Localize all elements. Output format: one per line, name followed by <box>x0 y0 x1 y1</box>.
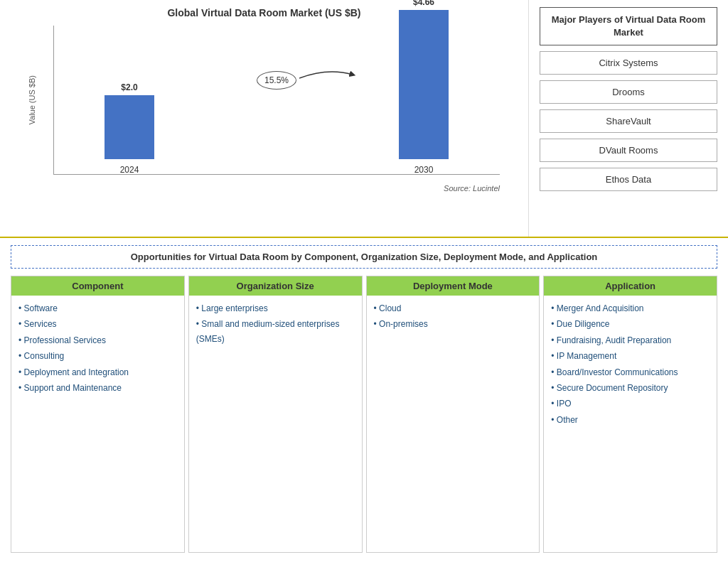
bar-group-2030: $4.66 2030 <box>399 0 449 175</box>
list-item: Small and medium-sized enterprises (SMEs… <box>196 317 355 346</box>
list-item: Services <box>18 317 177 331</box>
list-item: Consulting <box>18 349 177 363</box>
bar-2030 <box>399 10 449 159</box>
player-item-3: DVault Rooms <box>540 139 717 162</box>
list-item: Large enterprises <box>196 301 355 315</box>
list-item: Cloud <box>374 301 532 315</box>
list-item: Software <box>18 301 177 315</box>
bottom-section: Opportunities for Virtual Data Room by C… <box>0 238 728 560</box>
bar-group-2024: $2.0 2024 <box>105 82 154 175</box>
column-body-component: Software Services Professional Services … <box>11 296 184 402</box>
chart-area: Global Virtual Data Room Market (US $B) … <box>0 0 529 237</box>
source-text: Source: Lucintel <box>444 184 500 193</box>
column-deployment: Deployment Mode Cloud On-premises <box>366 276 540 553</box>
list-item: Professional Services <box>18 333 177 347</box>
list-item: Due Diligence <box>551 317 710 331</box>
list-item: IPO <box>551 396 710 411</box>
column-header-application: Application <box>544 276 717 296</box>
list-item: Secure Document Repository <box>551 381 710 395</box>
bar-2024 <box>105 95 154 159</box>
player-item-0: Citrix Systems <box>540 51 717 75</box>
list-item: Fundraising, Audit Preparation <box>551 333 710 347</box>
column-header-component: Component <box>11 276 184 296</box>
bars-area: $2.0 2024 15.5% <box>53 26 500 175</box>
players-area: Major Players of Virtual Data Room Marke… <box>529 0 728 237</box>
column-body-org-size: Large enterprises Small and medium-sized… <box>189 296 362 353</box>
column-org-size: Organization Size Large enterprises Smal… <box>188 276 363 553</box>
list-item: Merger And Acquisition <box>551 301 710 315</box>
column-application: Application Merger And Acquisition Due D… <box>543 276 717 553</box>
players-title: Major Players of Virtual Data Room Marke… <box>540 7 717 45</box>
columns-container: Component Software Services Professional… <box>11 276 717 553</box>
bar-value-2024: $2.0 <box>121 82 137 92</box>
bar-label-2030: 2030 <box>414 165 434 175</box>
player-item-4: Ethos Data <box>540 168 717 191</box>
column-body-application: Merger And Acquisition Due Diligence Fun… <box>544 296 717 434</box>
cagr-annotation: 15.5% <box>257 71 296 90</box>
column-header-org-size: Organization Size <box>189 276 362 296</box>
bar-value-2030: $4.66 <box>413 0 434 7</box>
opportunities-title: Opportunities for Virtual Data Room by C… <box>11 245 717 269</box>
list-item: Deployment and Integration <box>18 365 177 379</box>
list-item: Support and Maintenance <box>18 381 177 395</box>
list-item: Other <box>551 413 710 427</box>
column-body-deployment: Cloud On-premises <box>367 296 540 339</box>
list-item: Board/Investor Communications <box>551 365 710 379</box>
y-axis-label: Value (US $B) <box>28 75 36 125</box>
cagr-arrow <box>299 68 356 89</box>
chart-container: Value (US $B) $2.0 2024 15.5% <box>14 26 514 196</box>
player-item-2: ShareVault <box>540 109 717 133</box>
list-item: IP Management <box>551 349 710 363</box>
list-item: On-premises <box>374 317 532 331</box>
player-item-1: Drooms <box>540 80 717 104</box>
cagr-bubble: 15.5% <box>257 71 296 90</box>
bar-label-2024: 2024 <box>120 165 139 175</box>
column-component: Component Software Services Professional… <box>11 276 185 553</box>
column-header-deployment: Deployment Mode <box>367 276 540 296</box>
